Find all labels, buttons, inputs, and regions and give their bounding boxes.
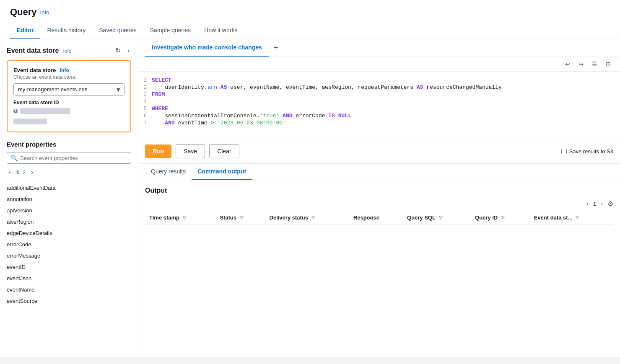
event-store-section-title: Event data store <box>7 47 59 54</box>
event-properties-list: additionalEventData annotation apiVersio… <box>7 182 131 307</box>
event-store-label: Event data store Info <box>13 67 125 73</box>
results-table: Time stamp ▽ Status ▽ De <box>145 211 613 225</box>
list-item[interactable]: eventJson <box>7 273 131 284</box>
add-query-tab-button[interactable]: + <box>270 40 282 56</box>
page-title: Query Info <box>10 7 610 18</box>
event-props-search-box: 🔍 <box>7 152 131 164</box>
event-store-section-header: Event data store Info ↻ ‹ <box>7 46 131 55</box>
output-tabs: Query results Command output <box>138 164 620 180</box>
copy-row: ⧉ <box>13 107 125 114</box>
collapse-button[interactable]: ‹ <box>126 46 131 55</box>
section-icon-buttons: ↻ ‹ <box>114 46 131 55</box>
event-props-title: Event properties <box>7 141 131 148</box>
refresh-button[interactable]: ↻ <box>114 46 122 55</box>
code-editor[interactable]: 1 SELECT 2 userIdentity.arn AS user, eve… <box>138 72 620 139</box>
table-prev-button[interactable]: ‹ <box>584 199 591 208</box>
filter-icon[interactable]: ▽ <box>240 215 243 220</box>
table-pagination: ‹ 1 › ⚙ <box>145 199 613 208</box>
current-page: 1 <box>16 169 19 176</box>
list-item[interactable]: awsRegion <box>7 216 131 227</box>
tab-command-output[interactable]: Command output <box>192 164 252 180</box>
event-store-sublabel: Choose an event data store. <box>13 74 125 80</box>
prev-page-button[interactable]: ‹ <box>7 168 13 176</box>
col-header-query-sql: Query SQL ▽ <box>403 211 471 225</box>
event-store-info-link[interactable]: Info <box>63 48 71 54</box>
list-item[interactable]: additionalEventData <box>7 182 131 194</box>
tab-editor[interactable]: Editor <box>10 23 40 39</box>
save-results-s3-row: Save results to S3 <box>561 148 614 155</box>
query-tabs: Investigate who made console changes + <box>138 39 620 57</box>
list-item[interactable]: errorMessage <box>7 250 131 261</box>
page-2[interactable]: 2 <box>23 169 26 176</box>
save-button[interactable]: Save <box>176 144 205 158</box>
tab-sample-queries[interactable]: Sample queries <box>143 23 197 39</box>
tab-how-it-works[interactable]: How it works <box>197 23 244 39</box>
run-button[interactable]: Run <box>145 145 171 158</box>
copy-id-button[interactable]: ⧉ <box>13 107 18 114</box>
code-line-5: 5 WHERE <box>138 105 620 112</box>
editor-toolbar: ↩ ↪ ☰ ⊡ <box>138 57 620 72</box>
event-props-pagination: ‹ 1 2 › <box>7 168 131 176</box>
code-line-2: 2 userIdentity.arn AS user, eventName, e… <box>138 84 620 91</box>
col-header-response: Response <box>349 211 403 225</box>
code-line-3: 3 FROM <box>138 91 620 98</box>
gear-settings-button[interactable]: ⚙ <box>607 200 613 208</box>
table-header-row: Time stamp ▽ Status ▽ De <box>145 211 613 225</box>
undo-button[interactable]: ↩ <box>563 59 573 69</box>
title-info-link[interactable]: Info <box>40 9 49 15</box>
filter-icon[interactable]: ▽ <box>311 215 315 220</box>
output-title: Output <box>145 187 613 194</box>
query-tab-active[interactable]: Investigate who made console changes <box>145 39 269 57</box>
event-store-id-placeholder2 <box>13 119 47 124</box>
event-store-title-group: Event data store Info <box>7 47 71 54</box>
redo-button[interactable]: ↪ <box>576 59 586 69</box>
list-item[interactable]: edgeDeviceDetails <box>7 227 131 239</box>
main-tabs: Editor Results history Saved queries Sam… <box>10 23 610 39</box>
tab-query-results[interactable]: Query results <box>145 164 192 180</box>
col-header-delivery-status: Delivery status ▽ <box>265 211 349 225</box>
col-header-timestamp: Time stamp ▽ <box>145 211 215 225</box>
main-content: Event data store Info ↻ ‹ Event data sto… <box>0 39 620 357</box>
event-store-select[interactable]: my-management-events-eds <box>13 83 125 96</box>
code-line-4: 4 <box>138 98 620 105</box>
event-store-box-info-link[interactable]: Info <box>60 67 69 73</box>
info-button[interactable]: ⊡ <box>603 59 613 69</box>
col-header-query-id: Query ID ▽ <box>471 211 530 225</box>
tab-results-history[interactable]: Results history <box>40 23 92 39</box>
filter-icon[interactable]: ▽ <box>439 215 442 220</box>
event-store-select-wrapper: my-management-events-eds ▼ <box>13 83 125 96</box>
code-line-6: 6 sessionCredentialFromConsole='true' AN… <box>138 112 620 119</box>
page-header: Query Info Editor Results history Saved … <box>0 0 620 39</box>
code-line-1: 1 SELECT <box>138 77 620 84</box>
table-page-num: 1 <box>593 201 596 207</box>
event-store-id-label: Event data store ID <box>13 100 125 106</box>
event-store-box: Event data store Info Choose an event da… <box>7 60 131 132</box>
search-icon: 🔍 <box>10 155 18 161</box>
next-page-button[interactable]: › <box>29 168 35 176</box>
list-item[interactable]: errorCode <box>7 239 131 250</box>
actions-row: Run Save Clear Save results to S3 <box>138 139 620 164</box>
filter-icon[interactable]: ▽ <box>576 215 579 220</box>
list-item[interactable]: eventSource <box>7 295 131 307</box>
left-panel: Event data store Info ↻ ‹ Event data sto… <box>0 39 138 357</box>
tab-saved-queries[interactable]: Saved queries <box>92 23 143 39</box>
output-area: Output ‹ 1 › ⚙ Time stamp ▽ <box>138 180 620 357</box>
format-button[interactable]: ☰ <box>589 59 600 69</box>
code-line-7: 7 AND eventTime > '2023-06-23 00:00:00' <box>138 119 620 126</box>
table-next-button[interactable]: › <box>599 199 605 208</box>
title-text: Query <box>10 7 37 18</box>
list-item[interactable]: apiVersion <box>7 205 131 216</box>
list-item[interactable]: eventName <box>7 284 131 295</box>
list-item[interactable]: eventID <box>7 261 131 273</box>
filter-icon[interactable]: ▽ <box>183 215 186 220</box>
event-store-id-placeholder <box>20 108 70 114</box>
right-panel: Investigate who made console changes + ↩… <box>138 39 620 357</box>
col-header-status: Status ▽ <box>215 211 265 225</box>
filter-icon[interactable]: ▽ <box>501 215 504 220</box>
save-results-label: Save results to S3 <box>569 148 614 155</box>
clear-button[interactable]: Clear <box>209 144 239 158</box>
search-input[interactable] <box>20 155 127 161</box>
save-results-checkbox[interactable] <box>561 149 567 154</box>
col-header-event-data-store: Event data st... ▽ <box>530 211 613 225</box>
list-item[interactable]: annotation <box>7 194 131 205</box>
